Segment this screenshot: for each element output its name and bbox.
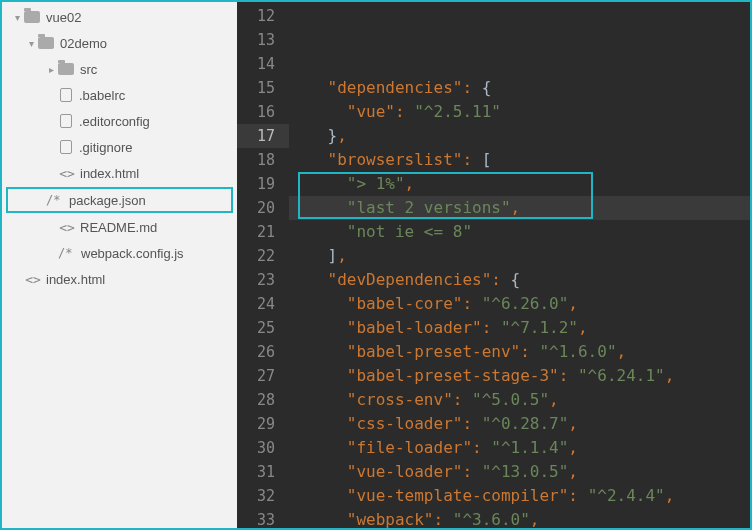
code-line[interactable]: "babel-preset-env": "^1.6.0",	[289, 340, 750, 364]
line-number: 30	[237, 436, 289, 460]
code-line[interactable]: "> 1%",	[289, 172, 750, 196]
tree-file-gitignore[interactable]: .gitignore	[2, 134, 237, 160]
file-explorer: vue02 02demo ▸ src .babelrc .editorconfi…	[2, 2, 237, 528]
line-number: 12	[237, 4, 289, 28]
code-icon: <>	[58, 166, 76, 181]
code-line[interactable]: "webpack": "^3.6.0",	[289, 508, 750, 530]
code-area[interactable]: "dependencies": { "vue": "^2.5.11" }, "b…	[289, 2, 750, 528]
code-line[interactable]: "vue-template-compiler": "^2.4.4",	[289, 484, 750, 508]
code-line[interactable]: },	[289, 124, 750, 148]
code-line[interactable]: "cross-env": "^5.0.5",	[289, 388, 750, 412]
line-number: 29	[237, 412, 289, 436]
line-number: 32	[237, 484, 289, 508]
tree-file-babelrc[interactable]: .babelrc	[2, 82, 237, 108]
file-icon	[60, 114, 72, 128]
chevron-down-icon	[24, 38, 38, 49]
tree-label: index.html	[80, 166, 139, 181]
folder-icon	[24, 11, 40, 23]
code-line[interactable]: "dependencies": {	[289, 76, 750, 100]
folder-icon	[58, 63, 74, 75]
tree-file-webpack-config[interactable]: /* webpack.config.js	[2, 240, 237, 266]
tree-label: .editorconfig	[79, 114, 150, 129]
chevron-right-icon: ▸	[44, 64, 58, 75]
line-number: 27	[237, 364, 289, 388]
tree-file-readme[interactable]: <> README.md	[2, 214, 237, 240]
line-number: 23	[237, 268, 289, 292]
line-gutter: 1213141516171819202122232425262728293031…	[237, 2, 289, 528]
file-icon	[60, 88, 72, 102]
code-icon: <>	[24, 272, 42, 287]
line-number: 13	[237, 28, 289, 52]
file-icon	[60, 140, 72, 154]
tree-file-outer-index[interactable]: <> index.html	[2, 266, 237, 292]
code-line[interactable]: "babel-preset-stage-3": "^6.24.1",	[289, 364, 750, 388]
code-line[interactable]: "babel-loader": "^7.1.2",	[289, 316, 750, 340]
tree-label: package.json	[69, 193, 146, 208]
code-line[interactable]: "css-loader": "^0.28.7",	[289, 412, 750, 436]
tree-label: .babelrc	[79, 88, 125, 103]
chevron-down-icon	[10, 12, 24, 23]
json-file-icon: /*	[46, 193, 66, 207]
tree-folder-demo[interactable]: 02demo	[2, 30, 237, 56]
line-number: 33	[237, 508, 289, 530]
js-file-icon: /*	[58, 246, 78, 260]
tree-label: src	[80, 62, 97, 77]
line-number: 21	[237, 220, 289, 244]
code-line[interactable]: "not ie <= 8"	[289, 220, 750, 244]
code-line[interactable]: ],	[289, 244, 750, 268]
tree-label: webpack.config.js	[81, 246, 184, 261]
tree-file-package-json[interactable]: /* package.json	[6, 187, 233, 213]
folder-icon	[38, 37, 54, 49]
line-number: 22	[237, 244, 289, 268]
code-line[interactable]: "devDependencies": {	[289, 268, 750, 292]
code-line[interactable]: "browserslist": [	[289, 148, 750, 172]
line-number: 14	[237, 52, 289, 76]
code-line[interactable]: "vue-loader": "^13.0.5",	[289, 460, 750, 484]
tree-label: .gitignore	[79, 140, 132, 155]
line-number: 18	[237, 148, 289, 172]
tree-folder-src[interactable]: ▸ src	[2, 56, 237, 82]
code-editor[interactable]: 1213141516171819202122232425262728293031…	[237, 2, 750, 528]
tree-label: 02demo	[60, 36, 107, 51]
tree-file-editorconfig[interactable]: .editorconfig	[2, 108, 237, 134]
code-line[interactable]: "last 2 versions",	[289, 196, 750, 220]
tree-label: vue02	[46, 10, 81, 25]
code-icon: <>	[58, 220, 76, 235]
tree-label: index.html	[46, 272, 105, 287]
code-line[interactable]: "vue": "^2.5.11"	[289, 100, 750, 124]
line-number: 31	[237, 460, 289, 484]
line-number: 26	[237, 340, 289, 364]
tree-label: README.md	[80, 220, 157, 235]
tree-folder-root[interactable]: vue02	[2, 4, 237, 30]
code-line[interactable]: "babel-core": "^6.26.0",	[289, 292, 750, 316]
line-number: 15	[237, 76, 289, 100]
line-number: 25	[237, 316, 289, 340]
line-number: 20	[237, 196, 289, 220]
line-number: 24	[237, 292, 289, 316]
code-line[interactable]: "file-loader": "^1.1.4",	[289, 436, 750, 460]
tree-file-index-html[interactable]: <> index.html	[2, 160, 237, 186]
line-number: 17	[237, 124, 289, 148]
line-number: 28	[237, 388, 289, 412]
line-number: 19	[237, 172, 289, 196]
line-number: 16	[237, 100, 289, 124]
